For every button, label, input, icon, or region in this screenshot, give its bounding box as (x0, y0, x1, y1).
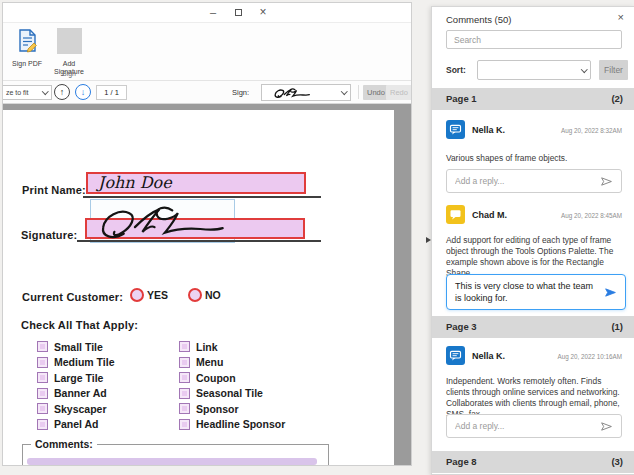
reply-draft-text[interactable]: This is very close to what the team is l… (455, 280, 597, 304)
page-down-button[interactable]: ↓ (75, 84, 91, 100)
checkbox[interactable] (37, 403, 48, 414)
navigation-toolbar: ze to fit ↑ ↓ 1 / 1 Sign: (3, 81, 411, 104)
sign-pdf-icon (16, 28, 39, 54)
checkbox-label: Headline Sponsor (196, 418, 285, 430)
reply-draft-box[interactable]: This is very close to what the team is l… (446, 274, 626, 310)
yes-label: YES (147, 289, 168, 301)
checkbox-item[interactable]: Panel Ad (37, 417, 114, 433)
checkbox-label: Sponsor (196, 403, 239, 415)
checkbox[interactable] (37, 419, 48, 430)
page-section-count: (3) (611, 451, 623, 473)
panel-collapse-arrow[interactable] (426, 237, 431, 243)
page-up-button[interactable]: ↑ (54, 84, 70, 100)
maximize-icon (235, 9, 242, 16)
comment-timestamp: Aug 20, 2022 10:16AM (558, 353, 622, 360)
checkbox[interactable] (37, 372, 48, 383)
checkbox[interactable] (179, 419, 190, 430)
checkbox-item[interactable]: Menu (179, 355, 285, 371)
page-indicator[interactable]: 1 / 1 (96, 85, 127, 100)
current-customer-label: Current Customer: (22, 291, 123, 303)
comments-input-field[interactable] (27, 458, 317, 465)
sort-select[interactable] (477, 60, 591, 80)
maximize-button[interactable] (229, 5, 247, 20)
no-radio-option[interactable]: NO (188, 288, 221, 302)
checkbox-item[interactable]: Headline Sponsor (179, 417, 285, 433)
checkbox-item[interactable]: Large Tile (37, 370, 114, 386)
comment-body: Add support for editing of each type of … (446, 235, 626, 279)
checkbox[interactable] (179, 357, 190, 368)
page-section-count: (2) (611, 88, 623, 110)
comment-author: Nella K. (472, 125, 505, 135)
checkbox[interactable] (179, 372, 190, 383)
page-section-header[interactable]: Page 1 (2) (432, 88, 634, 110)
print-name-field[interactable]: John Doe (86, 172, 306, 194)
checkbox[interactable] (179, 341, 190, 352)
zoom-select[interactable]: ze to fit (2, 85, 52, 100)
signature-select[interactable] (261, 84, 351, 101)
screenshot-stage: – × Sign PDF Add Signature (0, 0, 634, 475)
checkbox-item[interactable]: Seasonal Tile (179, 386, 285, 402)
reply-input[interactable] (455, 421, 600, 431)
no-radio[interactable] (188, 288, 202, 302)
checkbox-item[interactable]: Coupon (179, 370, 285, 386)
checkbox-label: Link (196, 341, 218, 353)
page-section-count: (1) (611, 316, 623, 338)
checkbox-item[interactable]: Sponsor (179, 401, 285, 417)
comments-panel: Comments (50) × Sort: Filter Page 1 (2) … (431, 6, 634, 475)
checkbox[interactable] (37, 388, 48, 399)
chat-bubble-icon (448, 207, 463, 222)
comment-body: Various shapes of frame objects. (446, 153, 626, 164)
check-all-label: Check All That Apply: (21, 319, 138, 331)
sign-group-label: Sign (37, 70, 101, 77)
send-icon[interactable] (604, 287, 617, 298)
checkbox[interactable] (37, 341, 48, 352)
add-signature-icon (57, 28, 82, 54)
checkbox-item[interactable]: Small Tile (37, 339, 114, 355)
send-icon[interactable] (600, 176, 613, 187)
minimize-button[interactable]: – (204, 5, 222, 20)
page-section-label: Page 8 (446, 451, 477, 473)
filter-button[interactable]: Filter (599, 60, 628, 80)
checkbox-label: Menu (196, 356, 223, 368)
checkbox-label: Banner Ad (54, 387, 107, 399)
comment-author: Nella K. (472, 351, 505, 361)
redo-button[interactable]: Redo (386, 85, 412, 100)
yes-radio[interactable] (130, 288, 144, 302)
checkbox[interactable] (37, 357, 48, 368)
reply-box[interactable] (446, 169, 622, 193)
page-section-header[interactable]: Page 3 (1) (432, 316, 634, 338)
checkbox[interactable] (179, 403, 190, 414)
yes-radio-option[interactable]: YES (130, 288, 168, 302)
no-label: NO (205, 289, 221, 301)
add-signature-button[interactable]: Add Signature (47, 28, 91, 76)
checkbox-column-right: Link Menu Coupon Seasonal Tile Sponsor (179, 339, 285, 432)
sign-pdf-button[interactable]: Sign PDF (5, 28, 49, 68)
checkbox-item[interactable]: Link (179, 339, 285, 355)
comments-panel-title: Comments (50) (446, 14, 511, 25)
signature-label: Signature: (21, 229, 77, 241)
main-toolbar: Sign PDF Add Signature Sign (3, 23, 411, 81)
sign-pdf-label: Sign PDF (5, 60, 49, 68)
send-icon[interactable] (600, 421, 613, 432)
window-titlebar: – × (3, 3, 411, 23)
sort-label: Sort: (446, 65, 466, 75)
panel-close-button[interactable]: × (618, 11, 624, 23)
signature-preview-icon (266, 87, 318, 99)
checkbox-item[interactable]: Medium Tile (37, 355, 114, 371)
pdf-page: Print Name: John Doe Signature: Current (3, 110, 394, 466)
checkbox[interactable] (179, 388, 190, 399)
checkbox-label: Large Tile (54, 372, 103, 384)
checkbox-label: Seasonal Tile (196, 387, 263, 399)
reply-box[interactable] (446, 414, 622, 438)
pdf-viewer: Print Name: John Doe Signature: Current (3, 104, 411, 466)
page-section-header[interactable]: Page 8 (3) (432, 451, 634, 473)
search-input[interactable] (446, 30, 622, 49)
reply-input[interactable] (455, 176, 600, 186)
checkbox-label: Small Tile (54, 341, 103, 353)
signature-ink (88, 201, 236, 243)
chat-bubble-icon (448, 348, 463, 363)
checkbox-item[interactable]: Skyscaper (37, 401, 114, 417)
checkbox-item[interactable]: Banner Ad (37, 386, 114, 402)
close-button[interactable]: × (254, 5, 272, 20)
checkbox-label: Medium Tile (54, 356, 114, 368)
